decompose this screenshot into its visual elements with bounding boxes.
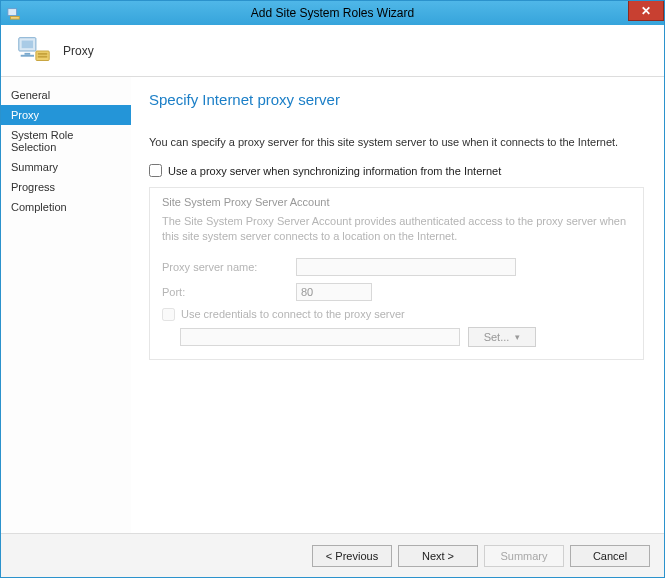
set-button-label: Set...: [484, 331, 510, 343]
previous-button[interactable]: < Previous: [312, 545, 392, 567]
group-desc: The Site System Proxy Server Account pro…: [162, 214, 631, 244]
group-title: Site System Proxy Server Account: [162, 196, 631, 208]
svg-rect-0: [8, 9, 17, 16]
proxy-name-input[interactable]: [296, 258, 516, 276]
close-button[interactable]: ✕: [628, 1, 664, 21]
window-title: Add Site System Roles Wizard: [1, 6, 664, 20]
proxy-name-label: Proxy server name:: [162, 261, 296, 273]
intro-text: You can specify a proxy server for this …: [149, 136, 644, 148]
use-proxy-checkbox[interactable]: [149, 164, 162, 177]
main-content: Specify Internet proxy server You can sp…: [131, 77, 664, 533]
sidebar-item-system-role-selection[interactable]: System Role Selection: [1, 125, 131, 157]
svg-rect-8: [38, 55, 48, 57]
page-heading: Specify Internet proxy server: [149, 91, 644, 108]
wizard-footer: < Previous Next > Summary Cancel: [1, 533, 664, 577]
svg-rect-1: [11, 17, 20, 20]
sidebar-item-proxy[interactable]: Proxy: [1, 105, 131, 125]
sidebar-item-general[interactable]: General: [1, 85, 131, 105]
svg-rect-5: [21, 54, 34, 56]
wizard-header: Proxy: [1, 25, 664, 77]
header-page-name: Proxy: [63, 44, 94, 58]
use-creds-checkbox[interactable]: [162, 308, 175, 321]
titlebar: Add Site System Roles Wizard ✕: [1, 1, 664, 25]
wizard-body: General Proxy System Role Selection Summ…: [1, 77, 664, 533]
sidebar-item-completion[interactable]: Completion: [1, 197, 131, 217]
next-button[interactable]: Next >: [398, 545, 478, 567]
svg-rect-4: [25, 52, 31, 54]
proxy-icon: [15, 32, 53, 70]
sidebar: General Proxy System Role Selection Summ…: [1, 77, 131, 533]
cancel-button[interactable]: Cancel: [570, 545, 650, 567]
port-input[interactable]: [296, 283, 372, 301]
summary-button[interactable]: Summary: [484, 545, 564, 567]
svg-rect-7: [38, 52, 48, 54]
svg-rect-3: [22, 40, 33, 48]
sidebar-item-summary[interactable]: Summary: [1, 157, 131, 177]
port-label: Port:: [162, 286, 296, 298]
use-proxy-row: Use a proxy server when synchronizing in…: [149, 164, 644, 177]
use-creds-label: Use credentials to connect to the proxy …: [181, 308, 405, 320]
sidebar-item-progress[interactable]: Progress: [1, 177, 131, 197]
use-creds-row: Use credentials to connect to the proxy …: [162, 308, 631, 321]
account-input[interactable]: [180, 328, 460, 346]
set-account-button[interactable]: Set...: [468, 327, 536, 347]
use-proxy-label: Use a proxy server when synchronizing in…: [168, 165, 501, 177]
proxy-account-group: Site System Proxy Server Account The Sit…: [149, 187, 644, 360]
app-icon: [7, 6, 21, 20]
